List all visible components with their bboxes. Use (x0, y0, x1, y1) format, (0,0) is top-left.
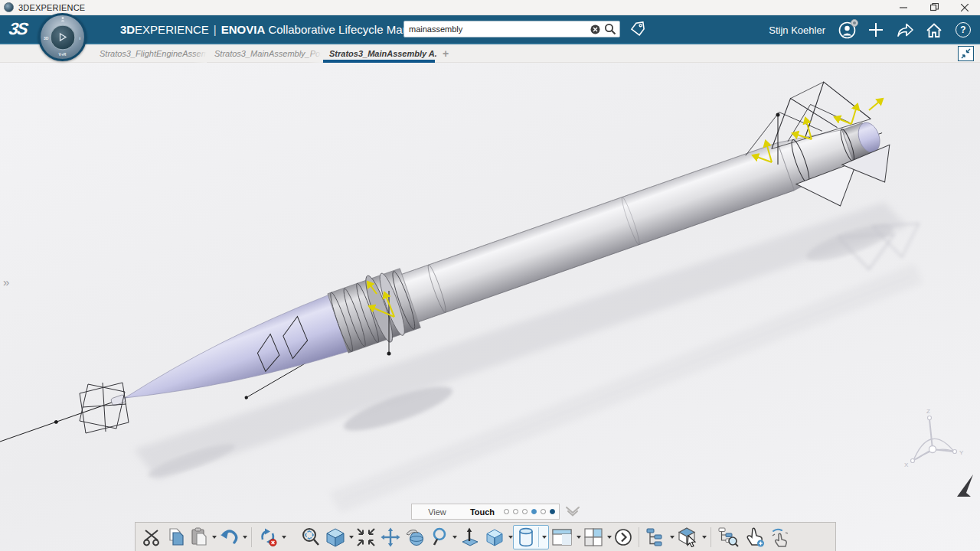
compass-social-icon (60, 17, 65, 21)
new-tab-button[interactable]: + (436, 47, 455, 60)
3dexperience-window: 3DEXPERIENCE 3S 3D i V+R (0, 0, 980, 551)
restore-button[interactable] (919, 0, 949, 15)
plus-icon (868, 22, 884, 37)
rotate-button[interactable] (403, 525, 428, 549)
tag-icon (629, 21, 646, 37)
dot-2[interactable] (513, 509, 518, 514)
pan-button[interactable] (378, 525, 403, 549)
fit-all-icon (301, 527, 321, 547)
undo-dropdown[interactable] (243, 536, 247, 539)
shading-cylinder-button[interactable] (515, 525, 537, 549)
center-view-button[interactable] (354, 525, 378, 549)
iso-view-button[interactable] (323, 525, 348, 549)
tab-main-assembly-post[interactable]: Stratos3_MainAssembly_PostS (207, 44, 322, 63)
robot-cursor-icon (957, 474, 973, 497)
dot-1[interactable] (504, 509, 509, 514)
triad-x-label: X (904, 461, 909, 468)
pan-icon (381, 527, 400, 547)
tab-main-assembly[interactable]: Stratos3_MainAssembly A.1 (322, 44, 436, 63)
profile-button[interactable] (838, 21, 856, 39)
select-3d-dropdown[interactable] (702, 536, 707, 539)
shading-cylinder-icon (518, 527, 534, 547)
quad-view-button[interactable] (581, 525, 606, 549)
render-style-button[interactable] (482, 525, 507, 549)
rotate-icon (405, 527, 426, 546)
dot-4[interactable] (531, 509, 537, 514)
clear-search-button[interactable] (587, 21, 603, 37)
fit-all-button[interactable] (299, 525, 323, 549)
touch-select-icon (743, 527, 765, 547)
help-icon: ? (956, 22, 971, 37)
paste-button[interactable] (188, 525, 211, 549)
minimize-icon (900, 4, 907, 11)
search-input[interactable] (404, 24, 587, 34)
tab-flight-engine-assembly[interactable]: Stratos3_FlightEngineAssembl (92, 44, 207, 63)
window-layout-button[interactable] (549, 525, 575, 549)
tag-button[interactable] (629, 20, 647, 38)
compass-3d-label: 3D (44, 36, 48, 41)
gesture-button[interactable] (767, 525, 793, 549)
update-dropdown[interactable] (282, 536, 286, 539)
search-button[interactable] (603, 21, 618, 37)
brand-divider: | (214, 23, 217, 36)
undo-button[interactable] (217, 525, 241, 549)
tree-structure-icon (645, 527, 666, 547)
tab-label: Stratos3_MainAssembly_PostS (214, 49, 322, 58)
user-name[interactable]: Stijn Koehler (769, 24, 825, 36)
clear-icon (590, 24, 600, 34)
triad-y-label: Y (959, 449, 964, 456)
minimize-button[interactable] (888, 0, 919, 15)
tree-structure-button[interactable] (643, 525, 668, 549)
iso-view-icon (325, 527, 345, 547)
copy-button[interactable] (165, 525, 188, 549)
shading-cylinder-selected (513, 525, 549, 549)
shading-cylinder-dropdown[interactable] (542, 536, 547, 539)
touch-select-button[interactable] (741, 525, 767, 549)
app-header: 3S 3D i V+R 3DEXPERIENCE|ENOVIA Collabor… (0, 15, 980, 44)
app-icon (4, 2, 14, 12)
quad-view-icon (583, 527, 603, 547)
dot-3[interactable] (522, 509, 528, 514)
home-button[interactable] (925, 21, 943, 39)
update-icon (258, 527, 278, 547)
touch-mode-button[interactable]: Touch (462, 507, 502, 517)
cut-icon (142, 528, 162, 546)
more-commands-icon (614, 528, 632, 546)
add-content-button[interactable] (867, 21, 885, 39)
help-button[interactable]: ? (954, 21, 972, 39)
double-chevron-icon (564, 504, 581, 518)
select-3d-button[interactable] (675, 525, 701, 549)
panel-expander-button[interactable]: » (2, 274, 11, 290)
normal-to-button[interactable] (457, 525, 482, 549)
share-icon (896, 21, 914, 38)
home-icon (926, 22, 942, 38)
brand-experience: EXPERIENCE (135, 23, 209, 36)
copy-icon (167, 527, 185, 546)
window-title: 3DEXPERIENCE (18, 3, 85, 12)
dassault-3ds-logo-icon: 3S (8, 19, 28, 39)
zoom-button[interactable] (428, 525, 451, 549)
update-button[interactable] (256, 525, 280, 549)
dot-5[interactable] (541, 509, 546, 514)
cut-button[interactable] (140, 525, 165, 549)
3dexperience-compass[interactable]: 3D i V+R (38, 13, 87, 61)
toolbar-separator (639, 527, 639, 547)
view-mode-button[interactable]: View (412, 507, 462, 517)
favorites-chevron-button[interactable] (564, 504, 581, 518)
close-button[interactable] (949, 0, 980, 15)
compass-play-button[interactable] (50, 24, 75, 50)
share-button[interactable] (896, 21, 914, 39)
compass-vr-label: V+R (59, 52, 67, 57)
collapse-fullscreen-button[interactable] (958, 46, 974, 61)
play-icon (57, 32, 68, 43)
tree-search-icon (717, 527, 739, 547)
tree-search-button[interactable] (715, 525, 741, 549)
3d-viewport[interactable]: Z X Y » View Touch (0, 63, 980, 551)
more-commands-button[interactable] (612, 525, 635, 549)
collapse-arrows-icon (960, 48, 972, 59)
quick-access-bar: View Touch (411, 504, 560, 520)
dot-6[interactable] (550, 509, 555, 514)
selected-divider (538, 527, 539, 547)
rocket-assembly-model: Z X Y (0, 63, 980, 551)
compass-info-label: i (80, 36, 80, 41)
